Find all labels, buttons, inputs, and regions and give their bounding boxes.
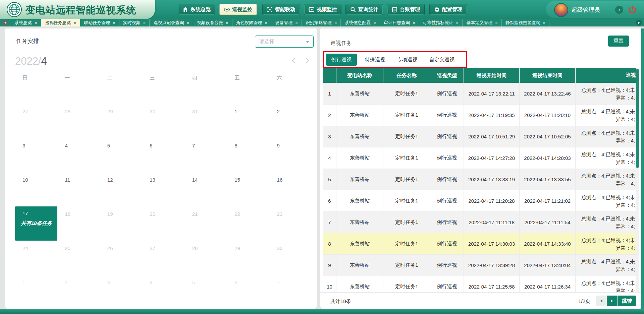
calendar-day-cell[interactable]: 10 xyxy=(15,172,57,206)
tab[interactable]: 角色权限管理 × xyxy=(232,19,272,26)
calendar-day-cell[interactable]: 3 xyxy=(15,138,57,172)
nav-button[interactable]: 系统总览 xyxy=(178,4,215,15)
nav-button[interactable]: 智能联动 xyxy=(262,4,300,15)
calendar-day-cell[interactable]: 20 xyxy=(142,206,184,241)
tab[interactable]: 视频设备台账 × xyxy=(193,19,232,26)
tab-close-icon[interactable]: × xyxy=(543,21,546,25)
info-icon[interactable]: i xyxy=(615,6,623,14)
table-row[interactable]: 5 东善桥站 定时任务1 例行巡视 2022-04-17 13:33:19 20… xyxy=(323,169,636,190)
tab[interactable]: 可靠性指标统计 × xyxy=(419,19,463,26)
calendar-day-cell[interactable]: 16 xyxy=(270,172,312,206)
calendar-day-cell[interactable]: 21 xyxy=(185,206,227,241)
avatar[interactable] xyxy=(554,3,568,17)
scrollbar-thumb[interactable] xyxy=(636,69,639,168)
calendar-day-cell[interactable]: 30 xyxy=(270,241,312,275)
calendar-day-cell[interactable]: 9 xyxy=(270,138,312,172)
filter-tab[interactable]: 特殊巡视 xyxy=(361,54,389,66)
table-row[interactable]: 9 东善桥站 定时任务1 例行巡视 2022-04-17 13:39:28 20… xyxy=(323,255,636,276)
filter-tab[interactable]: 例行巡视 xyxy=(326,54,357,66)
tabs-scroll-left-icon[interactable] xyxy=(2,20,8,26)
calendar-day-cell[interactable]: 1 xyxy=(227,104,269,138)
table-row[interactable]: 1 东善桥站 定时任务1 例行巡视 2022-04-17 13:22:11 20… xyxy=(323,83,636,105)
table-row[interactable]: 2 东善桥站 定时任务1 例行巡视 2022-04-17 11:19:35 20… xyxy=(323,105,636,126)
calendar-day-cell[interactable]: 11 xyxy=(57,172,100,206)
calendar-day-cell[interactable]: 7 xyxy=(185,138,227,172)
table-row[interactable]: 3 东善桥站 定时任务1 例行巡视 2022-04-17 10:51:29 20… xyxy=(323,126,636,147)
tab[interactable]: 设备管理 × xyxy=(271,19,302,26)
calendar-day-cell[interactable]: 28 xyxy=(185,241,227,275)
tab[interactable]: 基本定义管理 × xyxy=(463,19,502,26)
calendar-day-cell[interactable]: 7 xyxy=(270,275,312,309)
station-select[interactable]: 请选择 xyxy=(255,36,314,48)
reset-button[interactable]: 重置 xyxy=(608,36,629,47)
calendar-day-cell[interactable]: 30 xyxy=(142,104,184,138)
tab[interactable]: 审计日志查询 × xyxy=(380,19,419,26)
tab-close-icon[interactable]: × xyxy=(265,21,268,25)
calendar-day-cell[interactable]: 4 xyxy=(142,275,184,309)
calendar-day-cell[interactable]: 17 共有18条任务 xyxy=(15,206,57,241)
nav-button[interactable]: 配置管理 xyxy=(429,4,467,15)
tab[interactable]: 系统总览 × xyxy=(11,19,41,26)
tab-close-icon[interactable]: × xyxy=(295,21,298,25)
tab[interactable]: 静默监视告警查询 × xyxy=(502,19,550,26)
prev-month-icon[interactable] xyxy=(292,58,298,64)
tab-close-icon[interactable]: × xyxy=(226,21,228,25)
calendar-day-cell[interactable]: 5 xyxy=(100,138,142,172)
tab-close-icon[interactable]: × xyxy=(334,21,337,25)
tab[interactable]: 识别策略管理 × xyxy=(302,19,341,26)
calendar-day-cell[interactable]: 27 xyxy=(15,104,57,138)
calendar-day-cell[interactable]: 24 xyxy=(15,241,57,275)
calendar-day-cell[interactable]: 28 xyxy=(57,104,100,138)
calendar-day-cell[interactable]: 1 xyxy=(15,275,57,309)
table-row[interactable]: 4 东善桥站 定时任务1 例行巡视 2022-04-17 14:27:28 20… xyxy=(323,147,636,169)
tabs-scroll-right-icon[interactable] xyxy=(636,20,642,26)
nav-button[interactable]: 视频监控 xyxy=(304,4,341,15)
tab-close-icon[interactable]: × xyxy=(74,21,76,25)
tab-close-icon[interactable]: × xyxy=(373,21,376,25)
nav-button[interactable]: 台账管理 xyxy=(387,4,425,15)
calendar-day-cell[interactable]: 14 xyxy=(185,172,227,206)
jump-button[interactable]: 跳转 xyxy=(617,296,636,306)
calendar-day-cell[interactable]: 19 xyxy=(100,206,142,241)
tab[interactable]: 巡视点记录查询 × xyxy=(150,19,193,26)
calendar-day-cell[interactable]: 3 xyxy=(100,275,142,309)
tab-close-icon[interactable]: × xyxy=(143,21,146,25)
filter-tab[interactable]: 自定义巡视 xyxy=(425,54,459,66)
calendar-day-cell[interactable]: 2 xyxy=(57,275,100,309)
calendar-day-cell[interactable]: 23 xyxy=(270,206,312,241)
calendar-day-cell[interactable]: 12 xyxy=(100,172,142,206)
calendar-day-cell[interactable]: 2 xyxy=(270,104,312,138)
table-row[interactable]: 7 东善桥站 定时任务1 例行巡视 2022-04-17 11:11:18 20… xyxy=(323,212,636,233)
calendar-day-cell[interactable]: 26 xyxy=(100,241,142,275)
nav-button[interactable]: 查询统计 xyxy=(345,4,383,15)
calendar-day-cell[interactable]: 8 xyxy=(227,138,269,172)
calendar-day-cell[interactable]: 29 xyxy=(100,104,142,138)
tab[interactable]: 联动任务管理 × xyxy=(80,19,119,26)
tab-close-icon[interactable]: × xyxy=(186,21,189,25)
table-row[interactable]: 10 东善桥站 定时任务1 例行巡视 2022-04-17 11:25:58 2… xyxy=(323,276,636,293)
filter-tab[interactable]: 专项巡视 xyxy=(393,54,421,66)
table-row[interactable]: 8 东善桥站 定时任务1 例行巡视 2022-04-17 14:30:03 20… xyxy=(323,233,636,255)
next-month-icon[interactable] xyxy=(304,58,309,64)
table-row[interactable]: 6 东善桥站 定时任务1 例行巡视 2022-04-17 11:20:28 20… xyxy=(323,190,636,212)
tab-close-icon[interactable]: × xyxy=(495,21,498,25)
calendar-day-cell[interactable]: 25 xyxy=(57,241,100,275)
prev-page-button[interactable] xyxy=(596,296,606,306)
calendar-day-cell[interactable]: 29 xyxy=(227,241,269,275)
calendar-day-cell[interactable]: 6 xyxy=(142,138,184,172)
tab-close-icon[interactable]: × xyxy=(35,21,37,25)
tab[interactable]: 实时视频 × xyxy=(119,19,150,26)
tab-close-icon[interactable]: × xyxy=(113,21,115,25)
calendar-day-cell[interactable]: 13 xyxy=(142,172,184,206)
calendar-day-cell[interactable]: 27 xyxy=(142,241,184,275)
calendar-day-cell[interactable]: 5 xyxy=(185,275,227,309)
calendar-day-cell[interactable]: 6 xyxy=(227,275,269,309)
calendar-day-cell[interactable]: 15 xyxy=(227,172,269,206)
calendar-day-cell[interactable]: 22 xyxy=(227,206,269,241)
tab-close-icon[interactable]: × xyxy=(456,21,459,25)
power-logout-icon[interactable] xyxy=(628,5,637,14)
calendar-day-cell[interactable]: 18 xyxy=(57,206,100,241)
next-page-button[interactable] xyxy=(606,296,617,306)
nav-button[interactable]: 巡视监控 xyxy=(219,4,257,15)
calendar-day-cell[interactable]: 4 xyxy=(57,138,100,172)
